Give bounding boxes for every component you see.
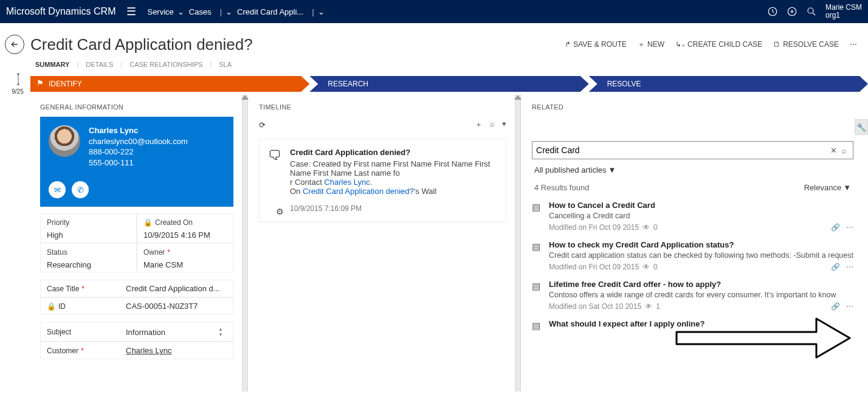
link-icon[interactable]: 🔗 xyxy=(831,223,840,232)
resolve-label: RESOLVE CASE xyxy=(783,40,839,49)
post-title: Credit Card Application denied? xyxy=(290,148,495,157)
plus-icon: ＋ xyxy=(638,40,645,50)
svg-point-2 xyxy=(808,8,813,13)
lock-icon: 🔒 xyxy=(143,218,153,227)
chevron-down-icon: ⌄ xyxy=(177,7,184,16)
kb-search[interactable]: ✕ ⌕ xyxy=(532,141,853,159)
nav-record[interactable]: Credit Card Appli... xyxy=(237,7,303,16)
kb-item[interactable]: ▤ What should I expect after I apply onl… xyxy=(532,319,853,331)
tab-details[interactable]: DETAILS xyxy=(86,61,113,68)
more-icon[interactable]: ⋯ xyxy=(846,223,853,232)
lock-icon: 🔒 xyxy=(47,302,56,311)
post-wall-link[interactable]: Credit Card Application denied? xyxy=(303,187,414,196)
field-customer[interactable]: Customer * Charles Lync xyxy=(40,342,233,359)
results-count: 4 Results found xyxy=(534,183,589,192)
add-icon[interactable] xyxy=(787,6,797,17)
contact-email[interactable]: charleslync00@outlook.com xyxy=(89,136,188,147)
new-button[interactable]: ＋ NEW xyxy=(638,40,664,50)
contact-name[interactable]: Charles Lync xyxy=(89,125,188,136)
stage-identify[interactable]: IDENTIFY xyxy=(30,76,309,92)
clear-icon[interactable]: ✕ xyxy=(828,146,839,155)
recent-icon[interactable] xyxy=(767,6,778,17)
kb-search-input[interactable] xyxy=(536,145,828,155)
phone-button[interactable]: ✆ xyxy=(72,181,89,198)
general-header: GENERAL INFORMATION xyxy=(40,103,233,111)
col-timeline: TIMELINE ⟳ ＋ ⌕ ▾ 🗨⚙ Credit Card Applicat… xyxy=(248,95,515,392)
link-icon[interactable]: 🔗 xyxy=(831,263,840,271)
col-resize-1[interactable] xyxy=(242,95,248,392)
col-resize-2[interactable] xyxy=(515,95,521,392)
add-activity-icon[interactable]: ＋ xyxy=(475,119,483,130)
required-icon: * xyxy=(81,285,84,293)
arrow-down-icon: ↓ xyxy=(16,79,21,85)
nav-entity-label: Cases xyxy=(189,7,212,16)
email-button[interactable]: ✉ xyxy=(49,181,66,198)
kb-item[interactable]: ▤ Lifetime free Credit Card offer - how … xyxy=(532,280,853,311)
contact-card-actions: ✉ ✆ xyxy=(40,176,233,207)
resolve-case-button[interactable]: 🗋 RESOLVE CASE xyxy=(773,40,839,50)
user-menu[interactable]: Marie CSM org1 xyxy=(825,4,862,19)
views-icon: 👁 xyxy=(645,302,652,311)
nav-entity[interactable]: Cases xyxy=(189,7,212,16)
timeline-search-icon[interactable]: ⌕ xyxy=(490,119,495,130)
field-subject[interactable]: Subject Information ▲▼ xyxy=(40,322,233,342)
kb-filter-select[interactable]: All published articles ▼ xyxy=(534,165,616,175)
mail-icon: ✉ xyxy=(54,185,61,195)
gear-icon: ⚙ xyxy=(276,207,284,216)
timeline-post[interactable]: 🗨⚙ Credit Card Application denied? Case:… xyxy=(259,139,506,222)
filter-icon[interactable]: ▾ xyxy=(502,119,506,130)
kb-item[interactable]: ▤ How to Cancel a Credit Card Cancelling… xyxy=(532,201,853,232)
stepper-icon[interactable]: ▲▼ xyxy=(218,327,227,337)
field-owner[interactable]: Owner * Marie CSM xyxy=(137,243,233,272)
views-icon: 👁 xyxy=(642,223,650,232)
search-icon[interactable]: ⌕ xyxy=(839,146,849,155)
stage-research[interactable]: RESEARCH xyxy=(309,76,588,92)
related-header: RELATED xyxy=(532,103,853,111)
contact-avatar[interactable] xyxy=(49,125,80,157)
customer-link[interactable]: Charles Lync xyxy=(126,346,227,355)
post-contact-link[interactable]: Charles Lync xyxy=(324,178,370,187)
kb-item[interactable]: ▤ How to check my Credit Card Applicatio… xyxy=(532,240,853,271)
field-id: 🔒ID CAS-00051-N0Z3T7 xyxy=(40,297,233,315)
save-route-button[interactable]: ↱ SAVE & ROUTE xyxy=(565,40,627,50)
nav-area-label: Service xyxy=(147,7,173,16)
chevron-down-icon: ⌄ xyxy=(226,7,232,16)
nav-area[interactable]: Service ⌄ xyxy=(147,7,184,16)
process-nav-vert[interactable]: ↑ ↓ xyxy=(11,73,19,85)
required-icon: * xyxy=(81,347,84,355)
child-icon: ↳₊ xyxy=(675,40,685,49)
collapse-related-button[interactable]: 🔧 xyxy=(855,119,868,135)
form-tabs: SUMMARY | DETAILS | CASE RELATIONSHIPS |… xyxy=(0,58,868,73)
field-status[interactable]: Status Researching xyxy=(40,243,137,272)
brand[interactable]: Microsoft Dynamics CRM xyxy=(6,6,115,17)
contact-phone-2[interactable]: 555-000-111 xyxy=(89,157,188,168)
kb-sort-select[interactable]: Relevance ▼ xyxy=(804,183,851,192)
route-icon: ↱ xyxy=(565,40,571,49)
tab-sla[interactable]: SLA xyxy=(219,61,232,68)
link-icon[interactable]: 🔗 xyxy=(831,302,840,311)
nav-entity-chevron[interactable]: ⌄ xyxy=(226,7,232,16)
more-commands-button[interactable]: ⋯ xyxy=(850,40,857,50)
tab-case-relationships[interactable]: CASE RELATIONSHIPS xyxy=(129,61,202,68)
stage-resolve[interactable]: RESOLVE xyxy=(589,76,868,92)
nav-menu-icon[interactable]: ☰ xyxy=(126,5,136,18)
nav-record-chevron[interactable]: ⌄ xyxy=(318,7,325,16)
tab-summary[interactable]: SUMMARY xyxy=(35,61,69,68)
create-child-label: CREATE CHILD CASE xyxy=(687,40,762,49)
more-icon[interactable]: ⋯ xyxy=(846,263,853,271)
back-button[interactable] xyxy=(5,35,24,54)
field-priority[interactable]: Priority High xyxy=(40,213,137,243)
article-icon: ▤ xyxy=(532,201,542,232)
contact-phone-1[interactable]: 888-000-222 xyxy=(89,147,188,157)
chevron-down-icon: ▼ xyxy=(608,165,616,175)
col-general: GENERAL INFORMATION Charles Lync charles… xyxy=(29,95,242,392)
field-case-title[interactable]: Case Title * Credit Card Application d..… xyxy=(40,280,233,297)
wrench-icon: 🔧 xyxy=(856,123,866,132)
create-child-case-button[interactable]: ↳₊ CREATE CHILD CASE xyxy=(675,40,762,50)
refresh-icon[interactable]: ⟳ xyxy=(259,120,266,130)
user-org: org1 xyxy=(825,12,862,19)
resolve-icon: 🗋 xyxy=(773,40,780,49)
search-icon[interactable] xyxy=(806,6,817,17)
article-icon: ▤ xyxy=(532,319,542,331)
more-icon[interactable]: ⋯ xyxy=(846,302,853,311)
